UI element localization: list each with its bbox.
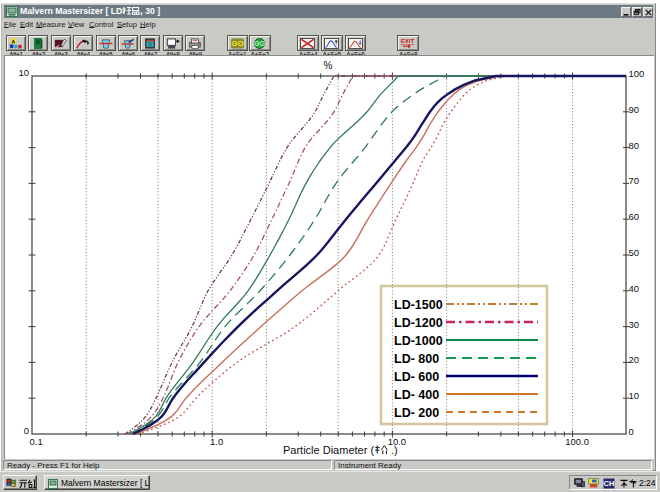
svg-text:90: 90	[629, 104, 640, 115]
svg-text:0: 0	[629, 426, 634, 437]
svg-text:LD-1200: LD-1200	[394, 316, 443, 330]
svg-text:60: 60	[629, 211, 640, 222]
svg-text:%: %	[324, 60, 333, 71]
svg-text:LD-1000: LD-1000	[394, 334, 443, 348]
svg-text:30: 30	[629, 319, 640, 330]
svg-text:0.1: 0.1	[30, 436, 43, 447]
svg-text:LD- 400: LD- 400	[394, 388, 439, 402]
svg-text:50: 50	[629, 247, 640, 258]
svg-text:80: 80	[629, 140, 640, 151]
svg-text:100.0: 100.0	[565, 436, 589, 447]
svg-text:100: 100	[629, 68, 645, 79]
svg-text:LD-1500: LD-1500	[394, 298, 443, 312]
svg-text:20: 20	[629, 354, 640, 365]
svg-text:LD- 200: LD- 200	[394, 406, 439, 420]
svg-text:10: 10	[18, 67, 29, 78]
svg-text:CH: CH	[604, 479, 615, 488]
svg-text:LD- 600: LD- 600	[394, 370, 439, 384]
svg-text:0: 0	[24, 425, 29, 436]
svg-text:70: 70	[629, 175, 640, 186]
svg-text:LD- 800: LD- 800	[394, 352, 439, 366]
svg-text:Particle Diameter (: Particle Diameter (	[283, 444, 374, 456]
svg-text:.): .)	[391, 444, 398, 456]
svg-text:40: 40	[629, 283, 640, 294]
svg-text:1.0: 1.0	[210, 436, 223, 447]
svg-text:10: 10	[629, 390, 640, 401]
